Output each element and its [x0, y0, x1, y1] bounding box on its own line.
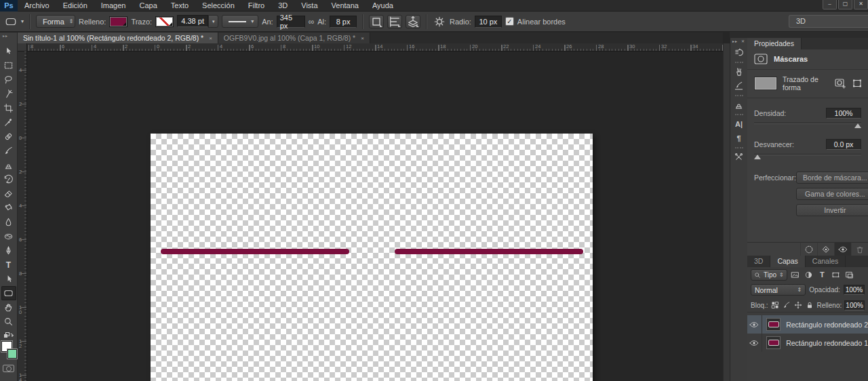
default-swap-colors-icon[interactable]: [3, 332, 14, 340]
menu-item-selecci-n[interactable]: Selección: [195, 0, 241, 12]
filter-shape-layers-icon[interactable]: [830, 270, 842, 281]
tab-close-icon[interactable]: ×: [361, 35, 364, 41]
ruler-corner[interactable]: [18, 43, 27, 52]
apply-mask-icon[interactable]: [817, 243, 834, 256]
eyedropper-tool[interactable]: [1, 115, 16, 129]
layer-visibility-eye-icon[interactable]: [747, 334, 762, 352]
tool-preset-arrow-icon[interactable]: ▾: [21, 18, 24, 24]
hand-tool[interactable]: [1, 300, 16, 315]
feather-slider[interactable]: [754, 153, 861, 159]
healing-brush-tool[interactable]: [1, 129, 16, 144]
shape-path-swatch[interactable]: [754, 77, 777, 90]
refine-button-invertir[interactable]: Invertir: [796, 204, 868, 216]
path-alignment-button[interactable]: [387, 15, 402, 28]
tab-propiedades[interactable]: Propiedades: [747, 38, 802, 49]
path-selection-tool[interactable]: [1, 272, 16, 286]
density-slider[interactable]: [754, 121, 861, 128]
load-selection-from-mask-icon[interactable]: [800, 243, 817, 256]
horizontal-ruler[interactable]: 86420246810121416182022242628303234: [27, 43, 723, 52]
lasso-tool[interactable]: [1, 73, 16, 87]
shape-height-field[interactable]: 8 px: [330, 16, 357, 28]
layer-name[interactable]: Rectángulo redondeado 1: [786, 339, 868, 347]
layer-visibility-eye-icon[interactable]: [747, 315, 762, 334]
menu-item-edici-n[interactable]: Edición: [56, 0, 94, 12]
tab-close-icon[interactable]: ×: [209, 35, 212, 41]
tool-mode-select[interactable]: Forma ⇕: [36, 15, 75, 28]
paint-bucket-tool[interactable]: [1, 201, 16, 215]
tools-presets-icon[interactable]: [732, 150, 747, 164]
density-slider-thumb[interactable]: [854, 123, 861, 128]
blend-mode-select[interactable]: Normal ⇕: [751, 284, 806, 296]
stroke-width-field[interactable]: 4.38 pt: [177, 15, 208, 27]
lock-pixels-brush-icon[interactable]: [783, 300, 791, 310]
zoom-tool[interactable]: [1, 315, 16, 329]
canvas-scrollbar[interactable]: [723, 43, 730, 381]
eraser-tool[interactable]: [1, 186, 16, 201]
menu-item-imagen[interactable]: Imagen: [94, 0, 133, 12]
close-panel-icon[interactable]: ✕: [741, 39, 745, 45]
paragraph-panel-icon[interactable]: ¶: [732, 131, 747, 145]
panel-group-grip[interactable]: [735, 147, 743, 148]
filter-adjustment-layers-icon[interactable]: [803, 270, 814, 281]
rounded-rectangle-tool[interactable]: [1, 286, 16, 300]
disable-mask-eye-icon[interactable]: [834, 243, 851, 256]
stroke-width-arrow-icon[interactable]: ▾: [208, 15, 218, 28]
sponge-tool[interactable]: [1, 229, 16, 243]
menu-item-archivo[interactable]: Archivo: [18, 0, 56, 12]
refine-button-borde-de-m-scara[interactable]: Borde de máscara...: [796, 172, 868, 184]
document-tab-inactive[interactable]: OGFB9V0.jpg al 100% (Capa 1, RGB/8) * ×: [218, 33, 370, 43]
layer-row[interactable]: Rectángulo redondeado 2: [747, 315, 868, 334]
gear-icon[interactable]: [433, 16, 446, 27]
character-panel-icon[interactable]: A|: [732, 117, 747, 131]
align-edges-checkbox[interactable]: ✓: [505, 17, 514, 26]
menu-item-ventana[interactable]: Ventana: [325, 0, 366, 12]
brush-tool[interactable]: [1, 144, 16, 158]
path-operations-button[interactable]: [369, 15, 384, 28]
fill-color-swatch[interactable]: [109, 16, 127, 27]
panel-group-grip[interactable]: [735, 114, 743, 115]
rounded-rectangle-shape-1[interactable]: [161, 249, 349, 254]
quick-mask-button[interactable]: [3, 365, 14, 372]
rounded-rectangle-shape-2[interactable]: [395, 249, 583, 254]
link-dimensions-icon[interactable]: ∞: [309, 17, 315, 26]
tools-panel-collapse-icon[interactable]: ▸▸: [0, 33, 18, 43]
panel-group-grip[interactable]: [735, 62, 743, 63]
refine-button-gama-de-colores[interactable]: Gama de colores...: [796, 188, 868, 200]
filter-kind-select[interactable]: Tipo ⇕: [751, 269, 787, 281]
close-button[interactable]: ✕: [854, 0, 868, 9]
history-panel-icon[interactable]: [732, 45, 747, 60]
lock-transparency-icon[interactable]: [771, 300, 780, 310]
feather-value-field[interactable]: 0.0 px: [826, 139, 861, 150]
lock-all-padlock-icon[interactable]: [806, 300, 814, 310]
menu-item-texto[interactable]: Texto: [164, 0, 195, 12]
workspace-switcher[interactable]: 3D: [789, 15, 868, 28]
menu-item-vista[interactable]: Vista: [294, 0, 324, 12]
tab-capas[interactable]: Capas: [770, 256, 805, 267]
layer-row[interactable]: Rectángulo redondeado 1: [747, 334, 868, 352]
clone-source-panel-icon[interactable]: [732, 98, 747, 112]
tab-canales[interactable]: Canales: [806, 256, 846, 267]
blur-tool[interactable]: [1, 215, 16, 229]
document-canvas[interactable]: [151, 134, 593, 381]
background-color-swatch[interactable]: [7, 349, 17, 359]
move-tool[interactable]: [1, 44, 16, 58]
pen-tool[interactable]: [1, 243, 16, 258]
panel-group-grip[interactable]: [735, 95, 743, 96]
expand-panels-icon[interactable]: ▸▸: [732, 39, 738, 45]
layer-thumbnail[interactable]: [766, 336, 781, 349]
tool-presets-panel-icon[interactable]: [732, 64, 747, 79]
menu-item-capa[interactable]: Capa: [132, 0, 163, 12]
rounded-rectangle-tool-icon[interactable]: [4, 16, 18, 27]
crop-tool[interactable]: [1, 101, 16, 115]
lock-position-icon[interactable]: [794, 300, 803, 310]
opacity-field[interactable]: 100%: [844, 285, 865, 295]
add-vector-mask-icon[interactable]: [852, 78, 863, 89]
menu-item-filtro[interactable]: Filtro: [241, 0, 271, 12]
filter-pixel-layers-icon[interactable]: [789, 270, 801, 281]
restore-button[interactable]: ▢: [838, 0, 852, 9]
quick-selection-tool[interactable]: [1, 87, 16, 101]
layer-name[interactable]: Rectángulo redondeado 2: [786, 321, 868, 329]
vertical-ruler[interactable]: 4202468101214: [18, 52, 27, 381]
history-brush-tool[interactable]: [1, 172, 16, 186]
rectangular-marquee-tool[interactable]: [1, 58, 16, 73]
